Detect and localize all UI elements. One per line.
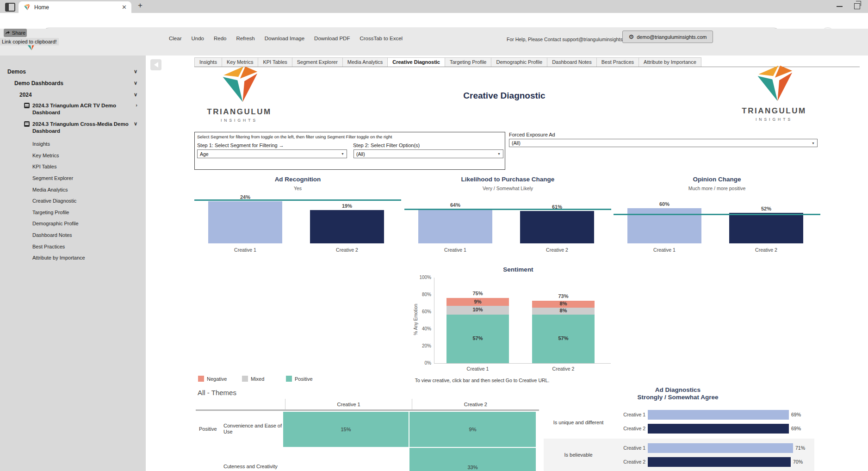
bar-creative-2[interactable] xyxy=(648,424,789,434)
filter-instruction: Select Segment for filtering from toggle… xyxy=(197,134,505,139)
tab-best-practices[interactable]: Best Practices xyxy=(596,57,639,67)
chart-title: Sentiment xyxy=(435,266,601,273)
sidebar-item-creative-diagnostic[interactable]: Creative Diagnostic xyxy=(0,195,146,207)
bar-creative-2[interactable] xyxy=(729,213,803,243)
sidebar-item-media-analytics[interactable]: Media Analytics xyxy=(0,184,146,195)
bar-creative-1[interactable] xyxy=(648,443,793,453)
bar-category-label: Creative 1 xyxy=(418,247,492,253)
sidebar-item-best-practices[interactable]: Best Practices xyxy=(0,241,146,252)
chevron-right-icon[interactable]: › xyxy=(136,102,137,108)
step2-label: Step 2: Select Filter Option(s) xyxy=(353,143,420,148)
segment-mixed[interactable]: 10% xyxy=(446,306,509,315)
tab-targeting-profile[interactable]: Targeting Profile xyxy=(445,57,491,67)
workspaces-icon[interactable] xyxy=(5,3,15,12)
brand-tagline: INSIGHTS xyxy=(205,118,274,123)
segment-positive[interactable]: 57% xyxy=(446,315,509,363)
segment-value-label: 8% xyxy=(532,301,595,306)
heat-cell[interactable]: 9% xyxy=(409,411,536,447)
favicon-triangulum-icon xyxy=(23,4,31,11)
bar-value-label: 60% xyxy=(627,201,701,207)
bar-category-label: Creative 2 xyxy=(310,247,384,253)
sidebar-item-2024[interactable]: 2024 ∨ xyxy=(0,89,146,100)
segment-value-label: 57% xyxy=(446,335,509,341)
bar-creative-2[interactable] xyxy=(520,211,594,243)
bar-category-label: Creative 1 xyxy=(612,412,645,417)
y-tick-label: 40% xyxy=(415,326,431,331)
sidebar-item-acr-tv-dashboard[interactable]: 2024.3 Triangulum ACR TV Demo Dashboard … xyxy=(0,100,146,116)
ad-recognition-chart: Ad Recognition Yes 24%Creative 119%Creat… xyxy=(194,175,401,254)
bar-value-label: 52% xyxy=(729,206,803,211)
sidebar-item-kpi-tables[interactable]: KPI Tables xyxy=(0,161,146,173)
tab-media-analytics[interactable]: Media Analytics xyxy=(342,57,387,67)
likelihood-to-purchase-chart: Likelihood to Purchase Change Very / Som… xyxy=(404,175,611,254)
bar-creative-1[interactable] xyxy=(418,209,492,243)
mixed-swatch xyxy=(242,376,248,382)
sidebar-item-dashboard-notes[interactable]: Dashboard Notes xyxy=(0,229,146,241)
bar-category-label: Creative 1 xyxy=(446,366,509,372)
bar-creative-2[interactable] xyxy=(648,457,791,467)
segment-select[interactable]: Age ▼ xyxy=(197,149,347,158)
account-button[interactable]: ⚙ demo@trianguluminsights.com xyxy=(622,31,713,43)
tab-demographic-profile[interactable]: Demographic Profile xyxy=(491,57,547,67)
forced-exposure-value: (All) xyxy=(512,140,521,146)
step1-label: Step 1: Select Segment for Filtering → xyxy=(197,143,353,148)
themes-heading: All - Themes xyxy=(198,389,236,397)
bar-creative-2[interactable] xyxy=(310,210,384,243)
redo-button[interactable]: Redo xyxy=(214,36,227,41)
clear-button[interactable]: Clear xyxy=(169,36,181,41)
browser-tab-strip: Home ✕ + xyxy=(0,0,868,13)
crosstab-to-excel-button[interactable]: CrossTab to Excel xyxy=(360,36,403,41)
heat-cell[interactable]: 33% xyxy=(409,447,536,471)
stacked-bar-creative-1[interactable]: 57%10%9% xyxy=(446,298,509,363)
segment-positive[interactable]: 57% xyxy=(532,315,595,363)
forced-exposure-select[interactable]: (All) ▼ xyxy=(509,139,818,147)
tab-attribute-by-importance[interactable]: Attribute by Importance xyxy=(639,57,701,67)
new-tab-icon[interactable]: + xyxy=(138,1,143,10)
sidebar-item-demographic-profile[interactable]: Demographic Profile xyxy=(0,218,146,229)
themes-table: Creative 1 Creative 2 Positive Convenien… xyxy=(196,399,539,471)
sidebar-item-insights[interactable]: Insights xyxy=(0,138,146,150)
bar-category-label: Creative 2 xyxy=(612,426,645,431)
chevron-down-icon[interactable]: ∨ xyxy=(134,121,137,127)
tab-creative-diagnostic[interactable]: Creative Diagnostic xyxy=(387,57,445,67)
forced-exposure-label: Forced Exposure Ad xyxy=(509,132,818,137)
sidebar-item-targeting-profile[interactable]: Targeting Profile xyxy=(0,207,146,218)
sidebar-item-demo-dashboards[interactable]: Demo Dashboards ∨ xyxy=(0,77,146,89)
restore-window-icon[interactable] xyxy=(854,3,860,9)
sidebar-item-attribute-by-importance[interactable]: Attribute by Importance xyxy=(0,252,146,264)
sidebar-item-label: Demos xyxy=(7,68,26,75)
sidebar-item-demos[interactable]: Demos ∨ xyxy=(0,66,146,77)
segment-negative[interactable]: 9% xyxy=(446,298,509,306)
brand-logo-right: TRIANGULUM INSIGHTS xyxy=(739,64,809,122)
triangulum-logo-icon xyxy=(217,65,261,104)
sidebar-collapse-button[interactable] xyxy=(150,59,161,70)
undo-button[interactable]: Undo xyxy=(191,36,204,41)
chevron-down-icon[interactable]: ∨ xyxy=(134,80,137,86)
refresh-button[interactable]: Refresh xyxy=(236,36,254,41)
download-pdf-button[interactable]: Download PDF xyxy=(314,36,350,41)
segment-select-value: Age xyxy=(200,151,209,157)
heat-cell[interactable]: 15% xyxy=(282,411,409,447)
filter-options-select[interactable]: (All) ▼ xyxy=(353,149,503,158)
tab-segment-explorer[interactable]: Segment Explorer xyxy=(292,57,342,67)
themes-header-row: Creative 1 Creative 2 xyxy=(196,399,539,411)
bar-creative-1[interactable] xyxy=(208,201,282,243)
browser-tab[interactable]: Home ✕ xyxy=(19,1,131,13)
benchmark-line xyxy=(404,209,611,210)
chevron-down-icon[interactable]: ∨ xyxy=(134,92,137,98)
stacked-bar-creative-2[interactable]: 57%8%8% xyxy=(532,301,595,363)
close-tab-icon[interactable]: ✕ xyxy=(122,4,127,10)
brand-name: TRIANGULUM xyxy=(205,107,274,117)
tab-dashboard-notes[interactable]: Dashboard Notes xyxy=(547,57,596,67)
sidebar-item-segment-explorer[interactable]: Segment Explorer xyxy=(0,173,146,184)
minimize-icon[interactable] xyxy=(837,6,843,7)
sidebar-item-cross-media-dashboard[interactable]: 2024.3 Triangulum Cross-Media Demo Dashb… xyxy=(0,119,146,135)
sidebar-item-key-metrics[interactable]: Key Metrics xyxy=(0,150,146,161)
segment-negative[interactable]: 8% xyxy=(532,301,595,308)
segment-mixed[interactable]: 8% xyxy=(532,308,595,315)
bar-value-label: 69% xyxy=(791,412,801,417)
chevron-down-icon[interactable]: ∨ xyxy=(134,68,137,74)
bar-creative-1[interactable] xyxy=(648,410,789,420)
download-image-button[interactable]: Download Image xyxy=(265,36,304,41)
share-button[interactable]: Share xyxy=(4,29,27,37)
